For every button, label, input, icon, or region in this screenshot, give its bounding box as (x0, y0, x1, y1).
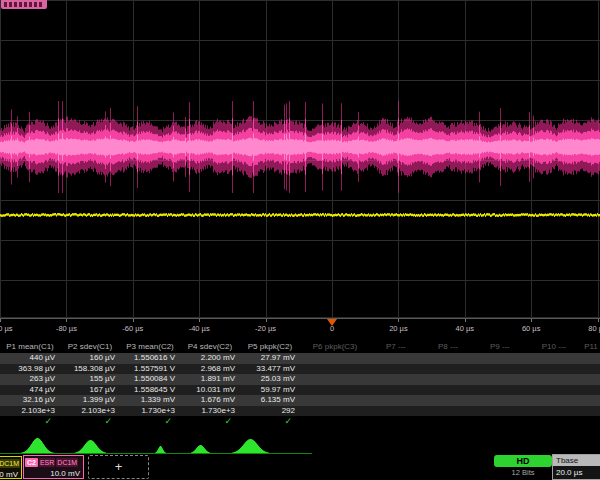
measure-value: 33.477 mV (240, 364, 300, 375)
measure-value: 363.98 µV (0, 364, 60, 375)
param-header[interactable]: P2 sdev(C1) (60, 341, 120, 353)
param-header[interactable]: P1 mean(C1) (0, 341, 60, 353)
time-tick-label: 80 µs (588, 324, 600, 333)
graticule-and-traces[interactable] (0, 0, 600, 318)
time-tick-mark (598, 319, 599, 322)
measure-status-row: ✓✓✓✓✓ (0, 416, 600, 427)
measure-value: 1.730e+3 (180, 406, 240, 417)
measure-value: 1.339 mV (120, 395, 180, 406)
measure-value: 1.558645 V (120, 385, 180, 396)
measure-stat-row: 2.103e+32.103e+31.730e+31.730e+3292 (0, 406, 600, 417)
time-tick-mark (66, 319, 67, 322)
param-header-inactive[interactable]: P9 --- (474, 341, 526, 353)
measure-value: 440 µV (0, 353, 60, 364)
time-tick-mark (199, 319, 200, 322)
measure-value: 167 µV (60, 385, 120, 396)
measure-header-row: P1 mean(C1)P2 sdev(C1)P3 mean(C2)P4 sdev… (0, 341, 600, 353)
measure-value: 32.16 µV (0, 395, 60, 406)
time-tick-mark (266, 319, 267, 322)
c1-coupling-badge: DC1M (0, 459, 20, 468)
time-tick-label: -20 µs (255, 324, 276, 333)
time-tick-label: -100 µs (0, 324, 13, 333)
time-tick-label: -60 µs (122, 324, 143, 333)
c2-eres-badge: ESR (39, 458, 55, 467)
measure-value: 6.135 mV (240, 395, 300, 406)
measure-stat-row: 440 µV160 µV1.550616 V2.200 mV27.97 mV (0, 353, 600, 364)
top-left-label-text (4, 2, 44, 7)
c2-descriptor-box[interactable]: C2 ESR DC1M 10.0 mV (23, 455, 84, 479)
descriptor-bar: DC1M 10.0 mV C2 ESR DC1M 10.0 mV + HD 12… (0, 454, 600, 480)
c2-channel-tag[interactable]: C2 (25, 458, 38, 467)
measure-value: 25.03 mV (240, 374, 300, 385)
measure-value: 1.557591 V (120, 364, 180, 375)
measure-stat-row: 474 µV167 µV1.558645 V10.031 mV59.97 mV (0, 385, 600, 396)
time-tick-label: 60 µs (522, 324, 541, 333)
add-trace-button[interactable]: + (88, 455, 149, 479)
measure-value: 158.308 µV (60, 364, 120, 375)
c2-coupling-badge: DC1M (56, 458, 78, 467)
measure-value: 1.550084 V (120, 374, 180, 385)
measure-value: 1.399 µV (60, 395, 120, 406)
measure-value: 1.550616 V (120, 353, 180, 364)
histicons[interactable] (0, 429, 600, 455)
status-check-icon: ✓ (120, 416, 180, 427)
param-header-inactive[interactable]: P11 (582, 341, 600, 353)
measure-value: 2.103e+3 (60, 406, 120, 417)
param-header[interactable]: P5 pkpk(C2) (240, 341, 300, 353)
measure-value: 1.676 mV (180, 395, 240, 406)
trigger-position-marker[interactable] (327, 319, 337, 326)
c1-scale: 10.0 mV (0, 469, 21, 480)
measure-value: 1.891 mV (180, 374, 240, 385)
top-left-label (1, 0, 47, 9)
measure-stat-row: 32.16 µV1.399 µV1.339 mV1.676 mV6.135 mV (0, 395, 600, 406)
measure-value: 160 µV (60, 353, 120, 364)
measure-value: 263 µV (0, 374, 60, 385)
param-header[interactable]: P3 mean(C2) (120, 341, 180, 353)
waveform-display[interactable] (0, 0, 600, 318)
time-tick-mark (0, 319, 1, 322)
time-tick-mark (465, 319, 466, 322)
status-check-icon: ✓ (60, 416, 120, 427)
measure-table: P1 mean(C1)P2 sdev(C1)P3 mean(C2)P4 sdev… (0, 341, 600, 427)
status-check-icon: ✓ (180, 416, 240, 427)
oscilloscope-screen: -100 µs-80 µs-60 µs-40 µs-20 µs020 µs40 … (0, 0, 600, 480)
measure-stat-row: 263 µV155 µV1.550084 V1.891 mV25.03 mV (0, 374, 600, 385)
hd-mode-badge[interactable]: HD (494, 455, 552, 467)
param-header-inactive[interactable]: P6 pkpk(C3) (300, 341, 370, 353)
c2-scale: 10.0 mV (24, 468, 83, 479)
param-header-inactive[interactable]: P10 --- (526, 341, 582, 353)
timebase-descriptor-box[interactable]: Tbase 20.0 µs (552, 454, 600, 480)
measure-value: 59.97 mV (240, 385, 300, 396)
status-check-icon: ✓ (240, 416, 300, 427)
measure-value: 2.968 mV (180, 364, 240, 375)
measure-value: 27.97 mV (240, 353, 300, 364)
measure-value: 155 µV (60, 374, 120, 385)
time-tick-mark (133, 319, 134, 322)
measure-value: 292 (240, 406, 300, 417)
time-axis: -100 µs-80 µs-60 µs-40 µs-20 µs020 µs40 … (0, 318, 600, 337)
time-tick-label: 20 µs (389, 324, 408, 333)
measure-stat-row: 363.98 µV158.308 µV1.557591 V2.968 mV33.… (0, 364, 600, 375)
time-tick-label: -80 µs (56, 324, 77, 333)
c1-descriptor-box[interactable]: DC1M 10.0 mV (0, 456, 22, 479)
timebase-title: Tbase (553, 455, 600, 466)
measure-value: 1.730e+3 (120, 406, 180, 417)
measure-value: 10.031 mV (180, 385, 240, 396)
measure-value: 2.200 mV (180, 353, 240, 364)
status-check-icon: ✓ (0, 416, 60, 427)
param-header-inactive[interactable]: P8 --- (422, 341, 474, 353)
hd-bits-label: 12 Bits (494, 468, 552, 477)
time-tick-label: -40 µs (189, 324, 210, 333)
timebase-value: 20.0 µs (553, 466, 600, 479)
measure-value: 474 µV (0, 385, 60, 396)
param-header-inactive[interactable]: P7 --- (370, 341, 422, 353)
param-header[interactable]: P4 sdev(C2) (180, 341, 240, 353)
time-tick-label: 40 µs (456, 324, 475, 333)
time-tick-mark (531, 319, 532, 322)
measure-value: 2.103e+3 (0, 406, 60, 417)
time-tick-mark (398, 319, 399, 322)
